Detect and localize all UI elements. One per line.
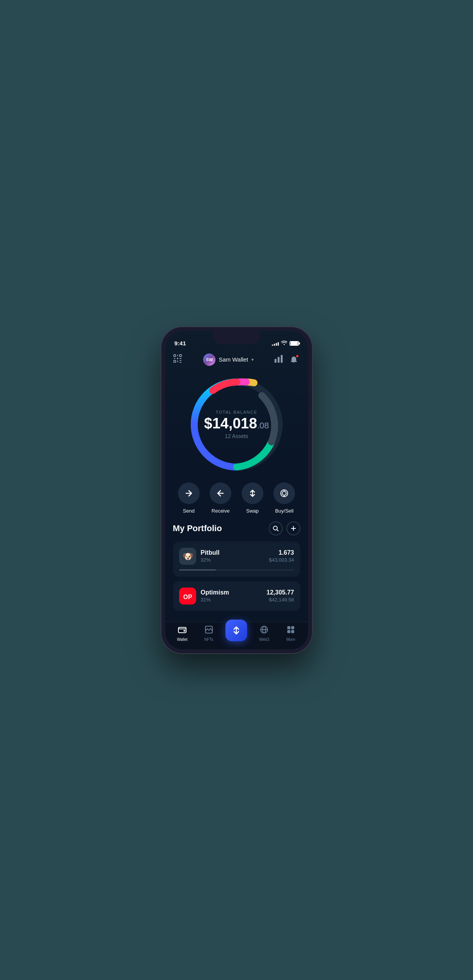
- buysell-button[interactable]: Buy/Sell: [273, 482, 295, 514]
- send-button[interactable]: Send: [178, 482, 200, 514]
- header: SW Sam Wallet ▾: [165, 350, 308, 370]
- asset-card-optimism[interactable]: OP Optimism 31% 12,305.77 $42,149.56: [173, 581, 300, 611]
- signal-bars-icon: [272, 341, 279, 346]
- buysell-label: Buy/Sell: [275, 508, 293, 514]
- receive-button[interactable]: Receive: [210, 482, 231, 514]
- notch: [214, 331, 260, 344]
- swap-icon-circle: [242, 482, 263, 504]
- phone-frame: 9:41: [161, 327, 312, 653]
- svg-text:OP: OP: [183, 594, 192, 600]
- optimism-amount: 12,305.77: [266, 589, 294, 596]
- chevron-down-icon: ▾: [251, 357, 254, 362]
- pitbull-progress-fill: [179, 569, 216, 571]
- signal-bar-4: [278, 342, 279, 346]
- battery-fill: [291, 342, 298, 345]
- svg-rect-40: [291, 630, 294, 633]
- signal-bar-2: [274, 344, 275, 346]
- svg-rect-11: [275, 359, 276, 363]
- nav-more[interactable]: More: [281, 625, 300, 642]
- receive-label: Receive: [212, 508, 230, 514]
- svg-rect-31: [183, 630, 185, 632]
- nav-wallet[interactable]: Wallet: [173, 625, 192, 642]
- optimism-icon: OP: [179, 588, 196, 605]
- wallet-nav-label: Wallet: [177, 637, 187, 642]
- signal-bar-1: [272, 345, 273, 346]
- header-right: [275, 353, 300, 366]
- svg-rect-12: [278, 357, 280, 363]
- asset-left-optimism: OP Optimism 31%: [179, 588, 229, 605]
- swap-button[interactable]: Swap: [242, 482, 263, 514]
- pitbull-value: $43,003.34: [269, 557, 294, 563]
- svg-rect-0: [174, 355, 176, 357]
- svg-rect-37: [287, 626, 290, 629]
- svg-rect-30: [178, 627, 186, 633]
- buysell-icon-circle: [273, 482, 295, 504]
- optimism-info: Optimism 31%: [201, 589, 229, 603]
- asset-left-pitbull: 🐶 Pitbull 32%: [179, 548, 220, 565]
- chart-button[interactable]: [275, 355, 283, 364]
- optimism-name: Optimism: [201, 589, 229, 596]
- portfolio-section: My Portfolio: [165, 521, 308, 634]
- svg-rect-13: [281, 355, 283, 363]
- pitbull-progress-bar: [179, 569, 294, 571]
- notification-dot: [295, 354, 299, 358]
- center-action-button[interactable]: [225, 620, 247, 641]
- more-nav-label: More: [287, 637, 295, 642]
- web3-nav-icon: [260, 625, 268, 636]
- asset-row-pitbull: 🐶 Pitbull 32% 1.673 $43,003.34: [179, 548, 294, 565]
- donut-chart-container: TOTAL BALANCE $14,018.08 12 Assets: [165, 374, 308, 475]
- portfolio-title: My Portfolio: [173, 523, 222, 533]
- nav-nfts[interactable]: NFTs: [199, 625, 219, 642]
- asset-card-pitbull[interactable]: 🐶 Pitbull 32% 1.673 $43,003.34: [173, 542, 300, 577]
- pitbull-values: 1.673 $43,003.34: [269, 549, 294, 563]
- nfts-nav-label: NFTs: [204, 637, 213, 642]
- wallet-selector[interactable]: SW Sam Wallet ▾: [203, 353, 253, 366]
- svg-point-22: [273, 526, 277, 530]
- pitbull-percent: 32%: [201, 557, 220, 563]
- svg-rect-38: [291, 626, 294, 629]
- header-left: [173, 354, 182, 365]
- web3-nav-label: Web3: [259, 637, 269, 642]
- balance-amount: $14,018.08: [204, 416, 269, 431]
- nav-web3[interactable]: Web3: [254, 625, 274, 642]
- send-label: Send: [183, 508, 195, 514]
- send-icon-circle: [178, 482, 200, 504]
- svg-rect-39: [287, 630, 290, 633]
- receive-icon-circle: [210, 482, 231, 504]
- search-button[interactable]: [269, 521, 283, 535]
- swap-label: Swap: [246, 508, 259, 514]
- pitbull-info: Pitbull 32%: [201, 549, 220, 563]
- portfolio-header: My Portfolio: [173, 521, 300, 535]
- more-nav-icon: [287, 625, 295, 636]
- optimism-value: $42,149.56: [266, 597, 294, 603]
- phone-screen: 9:41: [165, 331, 308, 649]
- portfolio-actions: [269, 521, 300, 535]
- wallet-name: Sam Wallet: [219, 356, 248, 363]
- svg-rect-1: [180, 355, 181, 357]
- action-buttons: Send Receive: [165, 482, 308, 521]
- scan-icon[interactable]: [173, 354, 182, 365]
- battery-icon: [290, 341, 299, 346]
- svg-line-23: [277, 530, 278, 531]
- pitbull-amount: 1.673: [269, 549, 294, 556]
- pitbull-icon: 🐶: [179, 548, 196, 565]
- svg-rect-2: [174, 360, 176, 362]
- avatar: SW: [203, 353, 215, 366]
- svg-point-19: [282, 491, 286, 495]
- add-asset-button[interactable]: [287, 521, 300, 535]
- main-content: SW Sam Wallet ▾: [165, 350, 308, 634]
- status-icons: [272, 340, 299, 346]
- balance-display: TOTAL BALANCE $14,018.08 12 Assets: [204, 410, 269, 439]
- notification-button[interactable]: [288, 353, 300, 366]
- wallet-nav-icon: [178, 625, 186, 636]
- pitbull-name: Pitbull: [201, 549, 220, 556]
- svg-text:🐶: 🐶: [182, 551, 193, 562]
- balance-assets: 12 Assets: [204, 433, 269, 439]
- bottom-nav: Wallet NFTs: [165, 622, 308, 649]
- optimism-values: 12,305.77 $42,149.56: [266, 589, 294, 603]
- signal-bar-3: [276, 343, 277, 346]
- optimism-percent: 31%: [201, 597, 229, 603]
- balance-label: TOTAL BALANCE: [204, 410, 269, 414]
- nfts-nav-icon: [205, 625, 213, 636]
- wifi-icon: [281, 340, 287, 346]
